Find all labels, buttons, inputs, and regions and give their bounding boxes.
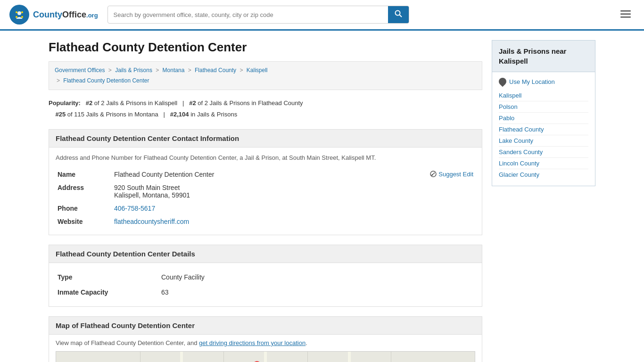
sidebar-link-flathead-county[interactable]: Flathead County bbox=[499, 124, 588, 135]
breadcrumb-sep-3: > bbox=[188, 67, 191, 74]
phone-link[interactable]: 406-758-5617 bbox=[114, 205, 155, 212]
breadcrumb-government-offices[interactable]: Government Offices bbox=[55, 67, 105, 74]
contact-website-value: flatheadcountysheriff.com bbox=[112, 215, 475, 228]
popularity-label: Popularity: bbox=[49, 99, 81, 107]
popularity-stat2: #2 bbox=[189, 99, 196, 107]
details-capacity-row: Inmate Capacity 63 bbox=[56, 285, 475, 300]
details-section-body: Type County Facility Inmate Capacity 63 bbox=[49, 263, 482, 307]
suggest-edit-link[interactable]: Suggest Edit bbox=[438, 171, 473, 178]
logo-tld: .org bbox=[86, 12, 98, 19]
contact-website-row: Website flatheadcountysheriff.com bbox=[56, 215, 475, 228]
logo-text-area: CountyOffice.org bbox=[33, 10, 98, 20]
popularity-stat1: #2 bbox=[86, 99, 92, 107]
breadcrumb-kalispell[interactable]: Kalispell bbox=[247, 67, 268, 74]
sidebar-link-polson[interactable]: Polson bbox=[499, 101, 588, 113]
details-type-row: Type County Facility bbox=[56, 270, 475, 285]
logo-office: Office bbox=[62, 10, 86, 19]
details-capacity-value: 63 bbox=[159, 285, 475, 300]
sidebar-header: Jails & Prisons near Kalispell bbox=[492, 40, 595, 72]
breadcrumb-sep-2: > bbox=[156, 67, 159, 74]
page-title: Flathead County Detention Center bbox=[49, 40, 482, 55]
details-table: Type County Facility Inmate Capacity 63 bbox=[56, 270, 475, 300]
website-link[interactable]: flatheadcountysheriff.com bbox=[114, 218, 189, 225]
header: CountyOffice.org bbox=[0, 0, 644, 31]
contact-address-value: 920 South Main Street Kalispell, Montana… bbox=[112, 181, 475, 202]
popularity-area: Popularity: #2 of 2 Jails & Prisons in K… bbox=[49, 98, 482, 120]
contact-info-table: Name Flathead County Detention Center bbox=[56, 168, 475, 228]
map-road-vertical bbox=[264, 352, 267, 362]
contact-name-label: Name bbox=[56, 168, 112, 181]
svg-rect-10 bbox=[620, 16, 631, 18]
main-container: Flathead County Detention Center Governm… bbox=[39, 31, 605, 362]
sidebar-link-sanders-county[interactable]: Sanders County bbox=[499, 147, 588, 158]
breadcrumb-sep-5: > bbox=[57, 77, 60, 84]
contact-phone-value: 406-758-5617 bbox=[112, 202, 475, 215]
svg-rect-8 bbox=[620, 10, 631, 12]
details-section-header: Flathead County Detention Center Details bbox=[49, 245, 482, 263]
breadcrumb-montana[interactable]: Montana bbox=[163, 67, 185, 74]
breadcrumb-current[interactable]: Flathead County Detention Center bbox=[63, 77, 149, 84]
details-type-label: Type bbox=[56, 270, 159, 285]
search-bar bbox=[107, 6, 409, 24]
map-grid-v1 bbox=[140, 352, 140, 362]
map-road-v3 bbox=[348, 352, 351, 362]
breadcrumb-jails-prisons[interactable]: Jails & Prisons bbox=[115, 67, 152, 74]
map-grid-v2 bbox=[223, 352, 224, 362]
popularity-stat3-text: of 115 Jails & Prisons in Montana bbox=[67, 111, 158, 118]
sidebar-link-pablo[interactable]: Pablo bbox=[499, 113, 588, 124]
svg-point-5 bbox=[21, 16, 23, 18]
details-type-value: County Facility bbox=[159, 270, 475, 285]
popularity-stat2-text: of 2 Jails & Prisons in Flathead County bbox=[198, 99, 303, 107]
suggest-edit[interactable]: Suggest Edit bbox=[430, 171, 473, 178]
breadcrumb-sep-4: > bbox=[239, 67, 243, 74]
breadcrumb-sep-1: > bbox=[108, 67, 112, 74]
use-my-location-button[interactable]: Use My Location bbox=[499, 78, 588, 85]
svg-point-4 bbox=[16, 16, 17, 18]
svg-line-7 bbox=[399, 15, 402, 17]
contact-address-label: Address bbox=[56, 181, 112, 202]
map-section-body: View map of Flathead County Detention Ce… bbox=[49, 335, 482, 362]
svg-rect-9 bbox=[620, 14, 631, 15]
svg-point-2 bbox=[16, 11, 17, 13]
details-section: Flathead County Detention Center Details… bbox=[49, 245, 482, 307]
map-road-v2 bbox=[180, 352, 183, 362]
sidebar-link-kalispell[interactable]: Kalispell bbox=[499, 90, 588, 101]
logo-area: CountyOffice.org bbox=[9, 5, 98, 25]
contact-phone-label: Phone bbox=[56, 202, 112, 215]
search-input[interactable] bbox=[108, 8, 388, 22]
sidebar-link-lincoln-county[interactable]: Lincoln County bbox=[499, 158, 588, 169]
breadcrumb: Government Offices > Jails & Prisons > M… bbox=[49, 61, 482, 90]
contact-section-header: Flathead County Detention Center Contact… bbox=[49, 129, 482, 148]
map-section-header: Map of Flathead County Detention Center bbox=[49, 316, 482, 335]
map-section: Map of Flathead County Detention Center … bbox=[49, 316, 482, 362]
logo-icon bbox=[9, 5, 29, 25]
contact-phone-row: Phone 406-758-5617 bbox=[56, 202, 475, 215]
search-button[interactable] bbox=[388, 6, 409, 23]
sidebar-link-lake-county[interactable]: Lake County bbox=[499, 135, 588, 147]
map-grid-v4 bbox=[391, 352, 391, 362]
sidebar: Jails & Prisons near Kalispell Use My Lo… bbox=[492, 40, 595, 362]
popularity-stat4: #2,104 bbox=[170, 111, 189, 118]
popularity-stat3: #25 bbox=[55, 111, 66, 118]
sidebar-body: Use My Location Kalispell Polson Pablo F… bbox=[492, 72, 595, 186]
contact-name-value: Flathead County Detention Center Suggest… bbox=[112, 168, 475, 181]
use-my-location-label: Use My Location bbox=[509, 78, 555, 85]
contact-description: Address and Phone Number for Flathead Co… bbox=[56, 154, 475, 161]
map-grid-v3 bbox=[307, 352, 308, 362]
breadcrumb-flathead-county[interactable]: Flathead County bbox=[195, 67, 236, 74]
contact-section: Flathead County Detention Center Contact… bbox=[49, 129, 482, 235]
logo-county: County bbox=[33, 10, 62, 19]
contact-section-body: Address and Phone Number for Flathead Co… bbox=[49, 148, 482, 235]
popularity-stat4-text: in Jails & Prisons bbox=[190, 111, 237, 118]
details-capacity-label: Inmate Capacity bbox=[56, 285, 159, 300]
menu-button[interactable] bbox=[617, 7, 635, 23]
svg-point-1 bbox=[17, 11, 21, 15]
sidebar-link-glacier-county[interactable]: Glacier County bbox=[499, 169, 588, 180]
content-area: Flathead County Detention Center Governm… bbox=[49, 40, 482, 362]
logo-text: CountyOffice.org bbox=[33, 10, 98, 19]
map-placeholder[interactable]: th School 8th St E bbox=[56, 351, 475, 362]
map-description: View map of Flathead County Detention Ce… bbox=[56, 339, 475, 346]
svg-point-3 bbox=[21, 11, 23, 13]
map-directions-link[interactable]: get driving directions from your locatio… bbox=[199, 339, 305, 346]
location-icon bbox=[497, 76, 508, 87]
